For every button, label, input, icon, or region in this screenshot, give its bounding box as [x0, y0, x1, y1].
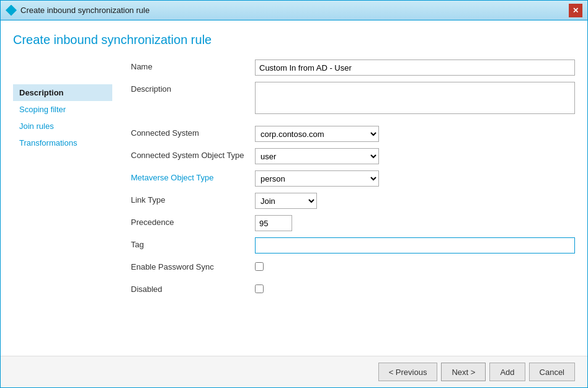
- tag-row: Tag: [131, 237, 575, 254]
- metaverse-object-type-value: person: [255, 170, 575, 187]
- connected-system-row: Connected System corp.contoso.com: [131, 126, 575, 142]
- title-bar-left: Create inbound synchronization rule: [6, 5, 149, 16]
- main-window: Create inbound synchronization rule ✕ Cr…: [0, 0, 588, 388]
- add-button[interactable]: Add: [489, 363, 525, 381]
- app-icon: [6, 5, 17, 16]
- name-value: [255, 60, 575, 76]
- connected-system-select[interactable]: corp.contoso.com: [255, 126, 379, 142]
- description-input[interactable]: [255, 82, 575, 114]
- enable-password-sync-label: Enable Password Sync: [131, 260, 255, 271]
- title-bar: Create inbound synchronization rule ✕: [1, 1, 587, 20]
- tag-value: [255, 237, 575, 254]
- full-content: Create inbound synchronization rule Desc…: [13, 33, 575, 343]
- description-label: Description: [131, 82, 255, 94]
- tag-input[interactable]: [255, 237, 575, 254]
- enable-password-sync-checkbox[interactable]: [255, 262, 264, 271]
- metaverse-object-type-select[interactable]: person: [255, 170, 379, 187]
- previous-button[interactable]: < Previous: [378, 363, 438, 381]
- connected-system-object-type-row: Connected System Object Type user: [131, 148, 575, 164]
- precedence-label: Precedence: [131, 215, 255, 227]
- name-input[interactable]: [255, 60, 575, 76]
- enable-password-sync-value: [255, 260, 575, 273]
- connected-system-object-type-select[interactable]: user: [255, 148, 379, 164]
- tag-label: Tag: [131, 237, 255, 249]
- disabled-row: Disabled: [131, 282, 575, 298]
- content-area: Create inbound synchronization rule Desc…: [1, 20, 587, 356]
- link-type-value: Join: [255, 193, 575, 209]
- name-row: Name: [131, 60, 575, 76]
- disabled-value: [255, 282, 575, 295]
- connected-system-object-type-label: Connected System Object Type: [131, 148, 255, 160]
- link-type-label: Link Type: [131, 193, 255, 205]
- metaverse-object-type-label: Metaverse Object Type: [131, 170, 255, 182]
- enable-password-sync-row: Enable Password Sync: [131, 260, 575, 276]
- form-section: Name Description: [131, 60, 575, 304]
- form-panel: Name Description: [112, 60, 575, 343]
- left-navigation: Description Scoping filter Join rules Tr…: [13, 60, 112, 343]
- description-row: Description: [131, 82, 575, 116]
- next-button[interactable]: Next >: [441, 363, 486, 381]
- disabled-label: Disabled: [131, 282, 255, 294]
- name-label: Name: [131, 60, 255, 71]
- metaverse-object-type-row: Metaverse Object Type person: [131, 170, 575, 187]
- disabled-checkbox[interactable]: [255, 284, 264, 293]
- precedence-input[interactable]: [255, 215, 292, 231]
- precedence-value: [255, 215, 575, 231]
- page-title: Create inbound synchronization rule: [13, 33, 575, 47]
- link-type-row: Link Type Join: [131, 193, 575, 209]
- cancel-button[interactable]: Cancel: [529, 363, 575, 381]
- connected-system-value: corp.contoso.com: [255, 126, 575, 142]
- close-button[interactable]: ✕: [569, 4, 582, 17]
- connected-system-object-type-value: user: [255, 148, 575, 164]
- window-title: Create inbound synchronization rule: [20, 6, 149, 15]
- link-type-select[interactable]: Join: [255, 193, 317, 209]
- sidebar-item-scoping-filter[interactable]: Scoping filter: [13, 101, 112, 118]
- connected-system-label: Connected System: [131, 126, 255, 138]
- sidebar-item-transformations[interactable]: Transformations: [13, 134, 112, 151]
- description-value: [255, 82, 575, 116]
- sidebar-item-description[interactable]: Description: [13, 84, 112, 101]
- footer: < Previous Next > Add Cancel: [1, 356, 587, 387]
- sidebar-item-join-rules[interactable]: Join rules: [13, 118, 112, 134]
- precedence-row: Precedence: [131, 215, 575, 231]
